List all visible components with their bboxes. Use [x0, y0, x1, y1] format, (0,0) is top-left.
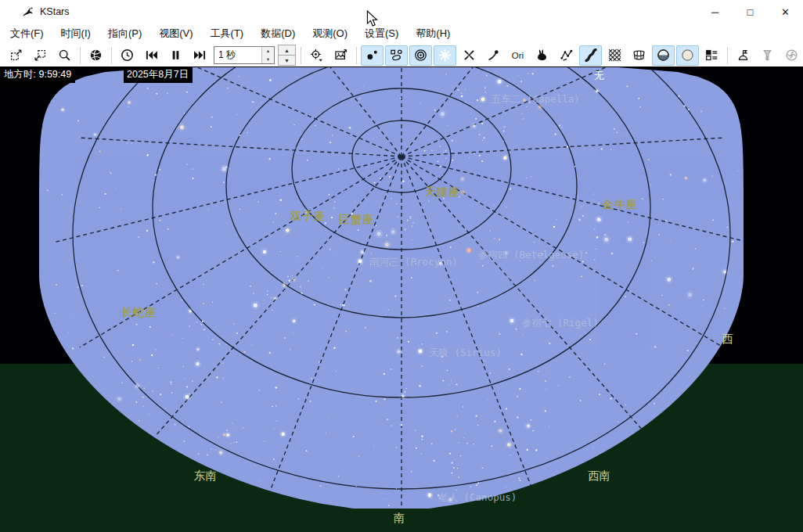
sidebars-icon — [705, 49, 718, 62]
toggle-equatorial-grid-button[interactable] — [603, 45, 626, 66]
kstars-logo-icon — [21, 5, 34, 19]
pointing-icon — [310, 49, 323, 62]
date-value: 2025年8月7日 — [127, 69, 189, 80]
toolbar-separator — [301, 47, 301, 64]
zoom-out-icon — [34, 49, 47, 62]
toggle-satellites-button[interactable] — [458, 45, 481, 66]
time-rewind-button[interactable] — [140, 45, 163, 66]
spin-down-icon[interactable]: ▼ — [262, 56, 274, 64]
menu-item-3[interactable]: 视图(V) — [150, 23, 201, 44]
toggle-ground-button[interactable] — [676, 45, 699, 66]
step-up-button[interactable]: ▲ — [278, 45, 296, 56]
pointing-button[interactable] — [305, 45, 328, 66]
constellation-label: 天猫座 — [424, 185, 460, 198]
toggle-solar-system-button[interactable] — [409, 45, 432, 66]
zoom-in-icon — [9, 49, 23, 62]
ground-icon — [681, 49, 694, 62]
zoom-in-button[interactable] — [5, 45, 27, 66]
hips-overlay-button[interactable] — [780, 45, 803, 66]
minimize-button[interactable]: ─ — [697, 0, 733, 23]
constellation-names-icon: Ori — [512, 51, 524, 60]
star-label: 老人 (Canopus) — [438, 491, 517, 503]
focus-object-infobox[interactable]: 无 — [591, 68, 608, 84]
rabbit-icon — [535, 49, 549, 62]
toggle-supernovae-button[interactable] — [434, 45, 456, 66]
comet-icon — [487, 49, 500, 62]
step-down-button[interactable]: ▼ — [278, 55, 296, 66]
timestep-value: 1 秒 — [214, 47, 261, 63]
toggle-constellation-art-button[interactable] — [531, 45, 553, 66]
toggle-horizontal-grid-button[interactable] — [628, 45, 650, 66]
constellation-label: 长蛇座 — [121, 306, 157, 318]
constellation-label: 巨蟹座 — [339, 213, 374, 225]
menu-item-2[interactable]: 指向(P) — [99, 23, 150, 44]
toggle-constellation-names-button[interactable]: Ori — [506, 45, 529, 66]
hor-grid-icon — [632, 49, 646, 62]
globe-icon — [89, 49, 103, 62]
cardinal-label: 西 — [722, 332, 733, 345]
toolbar-separator — [356, 47, 357, 64]
window-title: KStars — [40, 6, 70, 17]
find-object-button[interactable] — [53, 45, 76, 66]
eq-grid-icon — [608, 49, 621, 62]
set-location-button[interactable] — [85, 45, 107, 66]
forward-icon — [193, 49, 207, 62]
rewind-icon — [145, 49, 158, 62]
toggle-constellation-lines-button[interactable] — [555, 45, 578, 66]
pause-icon — [169, 49, 182, 62]
stars-icon — [365, 49, 379, 62]
focus-object-value: 无 — [594, 70, 604, 81]
star-label: 天狼 (Sirius) — [429, 347, 502, 358]
toggle-stars-button[interactable] — [361, 45, 383, 66]
download-icon — [761, 49, 774, 62]
toggle-horizon-button[interactable] — [652, 45, 675, 66]
window-controls: ─□✕ — [697, 0, 803, 23]
export-image-button[interactable] — [329, 45, 352, 66]
solarsystem-icon — [414, 49, 427, 62]
obs-list-icon — [736, 49, 750, 62]
zoom-out-button[interactable] — [29, 45, 52, 66]
menu-item-8[interactable]: 帮助(H) — [407, 23, 459, 44]
close-button[interactable]: ✕ — [768, 0, 803, 23]
cardinal-label: 东南 — [194, 469, 217, 482]
set-time-button[interactable] — [116, 45, 139, 66]
spin-up-icon[interactable]: ▲ — [262, 47, 274, 56]
menu-item-6[interactable]: 观测(O) — [304, 23, 356, 44]
local-time-label: 地方时: — [4, 69, 36, 80]
timestep-stepper[interactable]: ▲▼ — [278, 45, 296, 66]
timestep-spinbox[interactable]: 1 秒▲▼ — [214, 46, 275, 64]
horizon-icon — [657, 49, 670, 62]
menu-item-7[interactable]: 设置(S) — [356, 23, 407, 44]
time-pause-button[interactable] — [164, 45, 187, 66]
date-infobox[interactable]: 2025年8月7日 — [124, 67, 193, 83]
sidebars-button[interactable] — [700, 45, 723, 66]
toolbar-separator — [80, 47, 81, 64]
toggle-deepsky-button[interactable] — [385, 45, 408, 66]
sky-svg: 五车二 (Capella)南河三 (Procyon)参宿四 (Betelgeus… — [0, 66, 803, 532]
star-label: 参宿四 (Betelgeuse) — [478, 249, 584, 261]
toggle-milky-way-button[interactable] — [579, 45, 602, 66]
time-forward-button[interactable] — [189, 45, 211, 66]
menu-item-5[interactable]: 数据(D) — [252, 23, 304, 44]
kstars-window: KStars ─□✕ 文件(F)时间(I)指向(P)视图(V)工具(T)数据(D… — [0, 0, 803, 532]
star-label: 参宿七 (Rigel) — [522, 317, 599, 329]
maximize-button[interactable]: □ — [733, 0, 768, 23]
menu-item-4[interactable]: 工具(T) — [202, 23, 253, 44]
toggle-comets-button[interactable] — [482, 45, 505, 66]
cardinal-label: 南 — [394, 512, 405, 524]
local-time-infobox[interactable]: 地方时: 9:59:49 — [1, 67, 75, 83]
satellites-icon — [463, 49, 476, 62]
timestep-spin-arrows[interactable]: ▲▼ — [261, 47, 274, 63]
download-data-button[interactable] — [756, 45, 779, 66]
menu-item-0[interactable]: 文件(F) — [2, 23, 52, 44]
star-label: 南河三 (Procyon) — [369, 256, 458, 268]
observation-list-button[interactable] — [732, 45, 754, 66]
local-time-value: 9:59:49 — [38, 69, 71, 80]
clock-icon — [121, 49, 134, 62]
milkyway-icon — [584, 49, 597, 62]
sky-map[interactable]: 五车二 (Capella)南河三 (Procyon)参宿四 (Betelgeus… — [0, 66, 803, 532]
export-image-icon — [334, 49, 347, 62]
title-bar: KStars ─□✕ — [0, 0, 803, 23]
find-icon — [58, 49, 71, 62]
menu-item-1[interactable]: 时间(I) — [52, 23, 99, 44]
